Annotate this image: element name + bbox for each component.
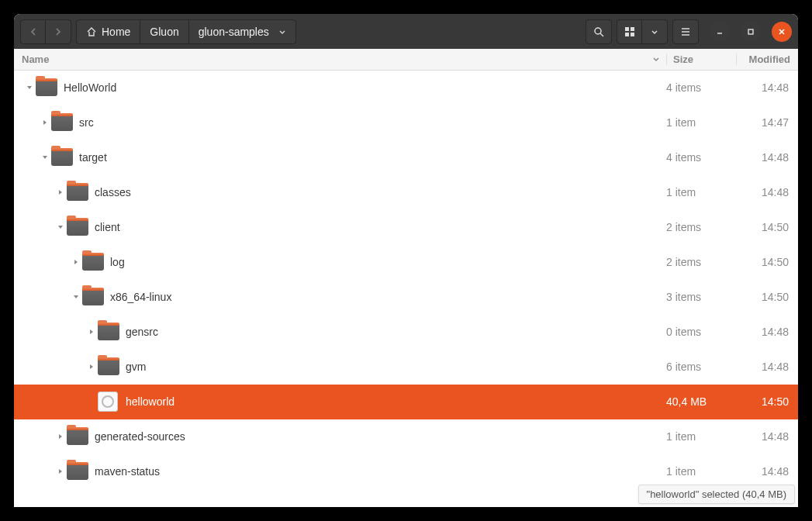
path-home[interactable]: Home bbox=[77, 20, 140, 43]
row-size: 2 items bbox=[666, 256, 736, 268]
sort-indicator bbox=[652, 53, 660, 65]
row-name: log bbox=[110, 256, 666, 268]
row-modified: 14:48 bbox=[736, 430, 798, 443]
expander[interactable] bbox=[23, 84, 36, 91]
file-row[interactable]: gvm6 items14:48 bbox=[14, 350, 798, 385]
row-size: 1 item bbox=[666, 186, 736, 198]
status-text: "helloworld" selected (40,4 MB) bbox=[647, 488, 786, 500]
row-size: 0 items bbox=[666, 326, 736, 338]
file-row[interactable]: classes1 item14:48 bbox=[14, 175, 798, 210]
folder-icon bbox=[51, 149, 73, 166]
close-icon bbox=[778, 28, 786, 36]
folder-icon bbox=[82, 254, 104, 271]
row-icon bbox=[98, 391, 119, 412]
column-size-label: Size bbox=[673, 53, 693, 65]
folder-icon bbox=[51, 114, 73, 131]
path-home-label: Home bbox=[102, 26, 130, 38]
svg-rect-2 bbox=[625, 27, 629, 31]
path-seg-gluon-samples[interactable]: gluon-samples bbox=[189, 20, 295, 43]
row-name: client bbox=[95, 221, 666, 233]
expander[interactable] bbox=[54, 433, 67, 440]
row-modified: 14:50 bbox=[736, 256, 798, 268]
row-name: gensrc bbox=[126, 326, 666, 338]
back-button[interactable] bbox=[21, 20, 46, 43]
column-size[interactable]: Size bbox=[666, 53, 736, 65]
maximize-icon bbox=[747, 28, 755, 36]
expander[interactable] bbox=[54, 223, 67, 231]
icon-view-button[interactable] bbox=[617, 20, 642, 43]
chevron-down-icon bbox=[651, 28, 658, 36]
row-icon bbox=[98, 356, 119, 378]
file-row[interactable]: HelloWorld4 items14:48 bbox=[14, 71, 798, 105]
path-seg-label: gluon-samples bbox=[199, 26, 269, 38]
svg-rect-4 bbox=[625, 33, 629, 36]
expander[interactable] bbox=[85, 363, 98, 371]
expander[interactable] bbox=[70, 258, 82, 266]
search-button[interactable] bbox=[586, 20, 611, 43]
expander[interactable] bbox=[85, 328, 98, 336]
column-modified[interactable]: Modified bbox=[736, 53, 798, 65]
forward-button[interactable] bbox=[46, 20, 71, 43]
row-modified: 14:50 bbox=[736, 395, 798, 408]
row-modified: 14:48 bbox=[736, 81, 798, 94]
file-manager-window: Home Gluon gluon-samples bbox=[14, 14, 798, 507]
expander[interactable] bbox=[54, 188, 67, 196]
row-icon bbox=[67, 461, 88, 482]
folder-icon bbox=[67, 463, 88, 480]
row-name: HelloWorld bbox=[64, 81, 666, 94]
folder-icon bbox=[67, 184, 88, 201]
expander[interactable] bbox=[39, 154, 51, 161]
file-row[interactable]: generated-sources1 item14:48 bbox=[14, 419, 798, 454]
column-modified-label: Modified bbox=[749, 53, 790, 65]
status-bar: "helloworld" selected (40,4 MB) bbox=[638, 485, 795, 504]
path-seg-gluon[interactable]: Gluon bbox=[140, 20, 188, 43]
expander[interactable] bbox=[70, 293, 82, 301]
file-row[interactable]: src1 item14:47 bbox=[14, 105, 798, 140]
file-row[interactable]: x86_64-linux3 items14:50 bbox=[14, 280, 798, 315]
row-name: maven-status bbox=[95, 465, 666, 478]
expander[interactable] bbox=[39, 119, 51, 126]
path-bar: Home Gluon gluon-samples bbox=[76, 19, 296, 44]
row-name: target bbox=[79, 151, 666, 164]
svg-rect-10 bbox=[748, 29, 753, 34]
svg-rect-3 bbox=[631, 27, 634, 31]
row-name: src bbox=[79, 116, 666, 129]
row-icon bbox=[67, 426, 88, 447]
column-name[interactable]: Name bbox=[14, 53, 666, 65]
row-size: 1 item bbox=[666, 430, 736, 443]
file-list[interactable]: HelloWorld4 items14:48src1 item14:47targ… bbox=[14, 71, 798, 507]
file-row[interactable]: gensrc0 items14:48 bbox=[14, 315, 798, 350]
folder-icon bbox=[67, 219, 88, 236]
search-icon bbox=[593, 26, 604, 37]
home-icon bbox=[86, 26, 97, 37]
minimize-icon bbox=[716, 28, 724, 36]
row-size: 3 items bbox=[666, 291, 736, 303]
view-dropdown-button[interactable] bbox=[642, 20, 667, 43]
minimize-button[interactable] bbox=[710, 22, 730, 42]
hamburger-button[interactable] bbox=[673, 20, 698, 43]
close-button[interactable] bbox=[772, 22, 792, 42]
row-name: classes bbox=[95, 186, 666, 198]
row-name: gvm bbox=[126, 361, 666, 373]
file-row[interactable]: target4 items14:48 bbox=[14, 140, 798, 175]
row-size: 40,4 MB bbox=[666, 395, 736, 408]
row-name: helloworld bbox=[126, 395, 666, 408]
titlebar: Home Gluon gluon-samples bbox=[14, 14, 798, 49]
row-modified: 14:48 bbox=[736, 361, 798, 373]
folder-icon bbox=[82, 288, 104, 305]
row-name: generated-sources bbox=[95, 430, 666, 443]
svg-rect-5 bbox=[631, 33, 634, 36]
menu-group bbox=[672, 19, 699, 44]
row-modified: 14:50 bbox=[736, 221, 798, 233]
folder-icon bbox=[67, 428, 88, 445]
file-row[interactable]: client2 items14:50 bbox=[14, 210, 798, 245]
row-modified: 14:47 bbox=[736, 116, 798, 129]
file-row[interactable]: helloworld40,4 MB14:50 bbox=[14, 385, 798, 419]
row-size: 4 items bbox=[666, 81, 736, 94]
expander[interactable] bbox=[54, 468, 67, 475]
maximize-button[interactable] bbox=[741, 22, 761, 42]
file-row[interactable]: log2 items14:50 bbox=[14, 245, 798, 280]
svg-point-0 bbox=[595, 28, 601, 34]
nav-buttons bbox=[20, 19, 71, 44]
hamburger-icon bbox=[680, 26, 691, 37]
